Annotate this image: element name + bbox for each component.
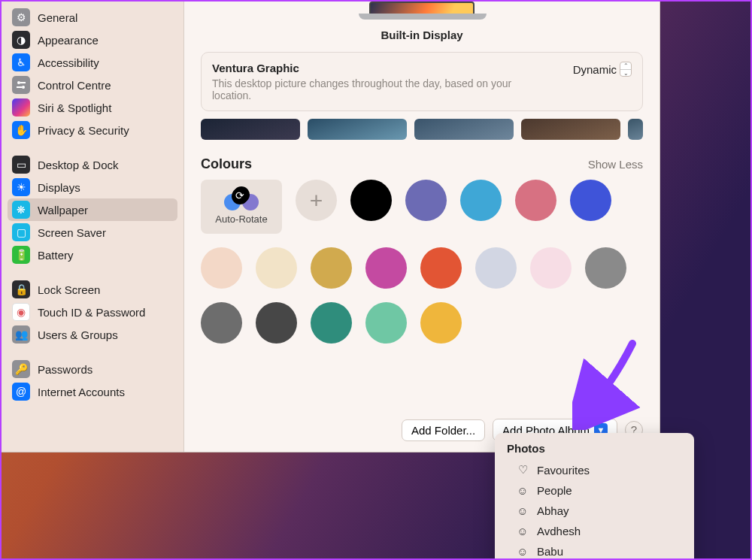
sidebar-item-label: Privacy & Security	[38, 124, 129, 137]
battery-icon: 🔋	[12, 246, 30, 264]
wallpaper-description: This desktop picture changes throughout …	[212, 77, 513, 101]
lock-icon: 🔒	[12, 280, 30, 298]
sidebar-item-label: Displays	[38, 181, 80, 194]
colour-swatch[interactable]	[460, 180, 502, 221]
person-icon: ☺	[516, 545, 529, 558]
menu-item-babu[interactable]: ☺ Babu	[498, 541, 691, 560]
colour-swatch[interactable]	[365, 247, 407, 289]
sidebar-item-label: Accessibility	[38, 56, 99, 69]
colour-swatch[interactable]	[201, 247, 242, 289]
wallpaper-thumb[interactable]	[201, 119, 300, 140]
add-colour-button[interactable]: +	[296, 180, 337, 221]
sidebar-item-battery[interactable]: 🔋 Battery	[8, 244, 177, 266]
menu-item-abhay[interactable]: ☺ Abhay	[498, 501, 691, 521]
show-less-link[interactable]: Show Less	[588, 158, 643, 171]
colour-swatch[interactable]	[405, 180, 447, 221]
sidebar-item-lock-screen[interactable]: 🔒 Lock Screen	[8, 278, 177, 301]
colour-swatch[interactable]	[256, 247, 297, 289]
gear-icon: ⚙	[12, 8, 30, 26]
auto-rotate-tile[interactable]: ⟳ Auto-Rotate	[201, 180, 282, 234]
sidebar-item-label: Battery	[38, 249, 74, 262]
add-folder-button[interactable]: Add Folder...	[402, 419, 485, 441]
colour-swatch[interactable]	[585, 247, 626, 289]
sidebar-item-label: Passwords	[38, 363, 92, 376]
sidebar-item-desktop-dock[interactable]: ▭ Desktop & Dock	[8, 153, 177, 176]
brightness-icon: ☀	[12, 178, 30, 196]
colour-swatch[interactable]	[201, 302, 242, 344]
person-icon: ☺	[516, 484, 529, 497]
sidebar-item-label: Users & Groups	[38, 328, 118, 341]
sidebar-item-label: Siri & Spotlight	[38, 101, 111, 114]
sidebar-item-accessibility[interactable]: ♿︎ Accessibility	[8, 51, 177, 74]
stepper-icon: ⌃⌄	[620, 62, 632, 77]
sidebar-item-label: Lock Screen	[38, 283, 100, 296]
colour-swatch[interactable]	[256, 302, 297, 344]
sidebar-item-control-centre[interactable]: Control Centre	[8, 74, 177, 96]
annotation-arrow	[572, 340, 647, 430]
sidebar-item-label: Touch ID & Password	[38, 306, 145, 319]
menu-item-people[interactable]: ☺ People	[498, 480, 691, 501]
wallpaper-icon: ❋	[12, 201, 30, 219]
display-label: Built-in Display	[201, 29, 643, 41]
colour-swatch[interactable]	[570, 180, 611, 221]
auto-rotate-icon: ⟳	[232, 188, 248, 204]
heart-icon: ♡	[516, 463, 529, 477]
colour-swatch[interactable]	[515, 180, 556, 221]
sidebar: ⚙ General ◑ Appearance ♿︎ Accessibility …	[2, 2, 184, 452]
sidebar-item-label: General	[38, 11, 77, 24]
at-icon: @	[12, 383, 30, 401]
colour-swatch[interactable]	[420, 302, 462, 344]
svg-point-2	[22, 86, 25, 89]
mode-value: Dynamic	[573, 63, 617, 76]
svg-rect-1	[20, 82, 26, 83]
colour-swatch[interactable]	[530, 247, 572, 289]
colour-swatch[interactable]	[350, 180, 392, 221]
colour-swatch[interactable]	[475, 247, 517, 289]
add-photo-album-menu: Photos ♡ Favourites ☺ People ☺ Abhay ☺ A…	[495, 433, 694, 560]
sidebar-item-general[interactable]: ⚙ General	[8, 6, 177, 29]
appearance-icon: ◑	[12, 31, 30, 49]
sidebar-item-label: Desktop & Dock	[38, 159, 119, 171]
system-settings-window: ⚙ General ◑ Appearance ♿︎ Accessibility …	[2, 2, 660, 453]
sidebar-item-siri[interactable]: Siri & Spotlight	[8, 96, 177, 119]
wallpaper-thumb[interactable]	[414, 119, 514, 140]
sliders-icon	[12, 76, 30, 94]
svg-rect-3	[17, 86, 22, 88]
sidebar-item-touch-id[interactable]: ◉ Touch ID & Password	[8, 301, 177, 323]
wallpaper-mode-select[interactable]: Dynamic ⌃⌄	[573, 62, 632, 77]
colours-grid: ⟳ Auto-Rotate +	[201, 180, 643, 344]
hand-icon: ✋	[12, 121, 30, 139]
sidebar-item-screen-saver[interactable]: ▢ Screen Saver	[8, 221, 177, 244]
sidebar-item-users[interactable]: 👥 Users & Groups	[8, 323, 177, 346]
sidebar-item-label: Screen Saver	[38, 226, 106, 239]
dock-icon: ▭	[12, 156, 30, 174]
current-wallpaper-box: Ventura Graphic This desktop picture cha…	[201, 52, 643, 111]
wallpaper-name: Ventura Graphic	[212, 62, 562, 74]
sidebar-item-label: Wallpaper	[38, 204, 88, 216]
menu-section-title: Photos	[498, 439, 691, 459]
sidebar-item-displays[interactable]: ☀ Displays	[8, 176, 177, 198]
auto-rotate-label: Auto-Rotate	[215, 213, 267, 225]
colour-swatch[interactable]	[311, 302, 352, 344]
sidebar-item-appearance[interactable]: ◑ Appearance	[8, 29, 177, 51]
sidebar-item-passwords[interactable]: 🔑 Passwords	[8, 358, 177, 380]
wallpaper-thumb[interactable]	[628, 119, 643, 140]
sidebar-item-label: Appearance	[38, 34, 99, 47]
accessibility-icon: ♿︎	[12, 53, 30, 71]
wallpaper-thumb[interactable]	[521, 119, 620, 140]
display-preview	[201, 2, 643, 20]
wallpaper-thumb[interactable]	[308, 119, 407, 140]
sidebar-item-privacy[interactable]: ✋ Privacy & Security	[8, 119, 177, 141]
section-title-colours: Colours	[201, 156, 252, 172]
key-icon: 🔑	[12, 360, 30, 378]
colour-swatch[interactable]	[311, 247, 352, 289]
colour-swatch[interactable]	[365, 302, 407, 344]
sidebar-item-internet-accounts[interactable]: @ Internet Accounts	[8, 380, 177, 403]
sidebar-item-wallpaper[interactable]: ❋ Wallpaper	[8, 198, 177, 221]
sidebar-item-label: Internet Accounts	[38, 386, 125, 398]
menu-item-favourites[interactable]: ♡ Favourites	[498, 459, 691, 480]
menu-item-avdhesh[interactable]: ☺ Avdhesh	[498, 521, 691, 541]
dynamic-thumbnails	[201, 119, 643, 140]
colour-swatch[interactable]	[420, 247, 462, 289]
person-icon: ☺	[516, 504, 529, 517]
